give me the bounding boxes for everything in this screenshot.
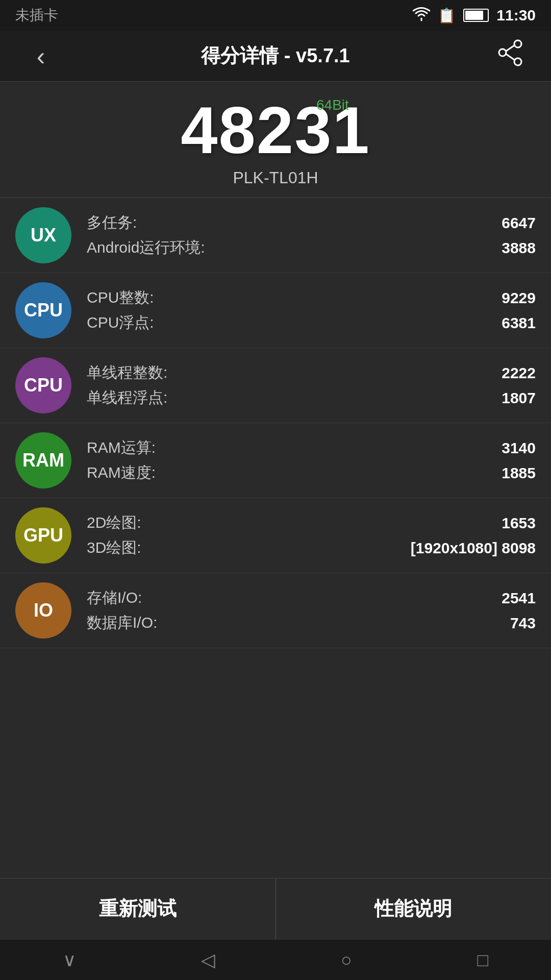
score-line: 数据库I/O:743 [87, 612, 536, 633]
svg-line-3 [506, 45, 514, 51]
score-details: 单线程整数:2222单线程浮点:1807 [87, 362, 536, 408]
score-label: 多任务: [87, 212, 137, 233]
nav-bar: ∨ ◁ ○ □ [0, 939, 551, 980]
icon-ram-3: RAM [15, 432, 71, 488]
score-line: CPU整数:9229 [87, 287, 536, 308]
svg-line-4 [506, 54, 514, 60]
score-label: 存储I/O: [87, 587, 142, 608]
score-value: 6381 [502, 314, 536, 332]
score-line: 2D绘图:1653 [87, 512, 536, 533]
score-details: RAM运算:3140RAM速度:1885 [87, 437, 536, 483]
score-label: CPU整数: [87, 287, 154, 308]
score-label: RAM速度: [87, 462, 156, 483]
score-row: CPUCPU整数:9229CPU浮点:6381 [0, 273, 551, 348]
score-row: UX多任务:6647Android运行环境:3888 [0, 198, 551, 273]
bottom-buttons: 重新测试 性能说明 [0, 878, 551, 939]
score-row: CPU单线程整数:2222单线程浮点:1807 [0, 348, 551, 423]
bit-label: 64Bit [316, 97, 349, 113]
score-value: 3140 [502, 439, 536, 457]
icon-cpu-2: CPU [15, 357, 71, 413]
score-line: RAM运算:3140 [87, 437, 536, 458]
score-value: 6647 [502, 214, 536, 232]
score-line: 单线程浮点:1807 [87, 387, 536, 408]
score-label: 3D绘图: [87, 537, 141, 558]
nav-down-icon[interactable]: ∨ [63, 949, 76, 971]
score-value: 2541 [502, 590, 536, 607]
time-label: 11:30 [496, 7, 536, 24]
icon-ux-0: UX [15, 207, 71, 263]
score-label: RAM运算: [87, 437, 156, 458]
score-row: GPU2D绘图:16533D绘图:[980x551] 8098 [0, 498, 551, 573]
back-button[interactable]: ‹ [20, 41, 61, 71]
score-label: CPU浮点: [87, 312, 154, 333]
score-label: 单线程浮点: [87, 387, 167, 408]
sim-icon: 📋 [438, 7, 456, 24]
score-label: 单线程整数: [87, 362, 167, 383]
status-icons: 📋 11:30 [413, 7, 536, 24]
score-label: 数据库I/O: [87, 612, 157, 633]
header: ‹ 得分详情 - v5.7.1 [0, 31, 551, 82]
icon-io-5: IO [15, 582, 71, 639]
icon-cpu-1: CPU [15, 282, 71, 338]
score-line: 3D绘图:[980x551] 8098 [87, 537, 536, 558]
score-value: 1653 [502, 514, 536, 532]
score-rows: UX多任务:6647Android运行环境:3888CPUCPU整数:9229C… [0, 198, 551, 648]
svg-point-2 [499, 49, 506, 56]
svg-point-0 [514, 40, 521, 47]
score-value: 743 [510, 615, 536, 632]
score-line: 存储I/O:2541 [87, 587, 536, 608]
score-details: CPU整数:9229CPU浮点:6381 [87, 287, 536, 333]
battery-icon [463, 9, 489, 22]
score-value: 2222 [502, 364, 536, 382]
info-button[interactable]: 性能说明 [276, 878, 552, 939]
score-value: 1885 [502, 464, 536, 482]
score-value: 1807 [502, 389, 536, 407]
score-line: Android运行环境:3888 [87, 237, 536, 258]
svg-point-1 [514, 58, 521, 65]
score-area: 64Bit 48231 PLK-TL01H [0, 82, 551, 198]
score-label: 2D绘图: [87, 512, 141, 533]
score-line: CPU浮点:6381 [87, 312, 536, 333]
page-title: 得分详情 - v5.7.1 [61, 43, 490, 69]
main-content: UX多任务:6647Android运行环境:3888CPUCPU整数:9229C… [0, 198, 551, 750]
score-line: 多任务:6647 [87, 212, 536, 233]
device-name: PLK-TL01H [0, 168, 551, 187]
score-row: RAMRAM运算:3140RAM速度:1885 [0, 423, 551, 498]
score-details: 多任务:6647Android运行环境:3888 [87, 212, 536, 258]
score-line: RAM速度:1885 [87, 462, 536, 483]
retest-button[interactable]: 重新测试 [0, 878, 276, 939]
score-row: IO存储I/O:2541数据库I/O:743 [0, 573, 551, 648]
icon-gpu-4: GPU [15, 507, 71, 564]
share-button[interactable] [490, 39, 531, 73]
score-label: Android运行环境: [87, 237, 205, 258]
score-value: 9229 [502, 289, 536, 307]
nav-recent-icon[interactable]: □ [477, 949, 488, 971]
wifi-icon [413, 7, 430, 23]
nav-back-icon[interactable]: ◁ [201, 949, 215, 971]
carrier-label: 未插卡 [15, 6, 58, 25]
score-details: 存储I/O:2541数据库I/O:743 [87, 587, 536, 633]
score-details: 2D绘图:16533D绘图:[980x551] 8098 [87, 512, 536, 558]
total-score: 48231 [0, 97, 551, 163]
status-bar: 未插卡 📋 11:30 [0, 0, 551, 31]
score-value: 3888 [502, 239, 536, 257]
score-line: 单线程整数:2222 [87, 362, 536, 383]
nav-home-icon[interactable]: ○ [341, 949, 352, 971]
score-value: [980x551] 8098 [411, 540, 536, 557]
